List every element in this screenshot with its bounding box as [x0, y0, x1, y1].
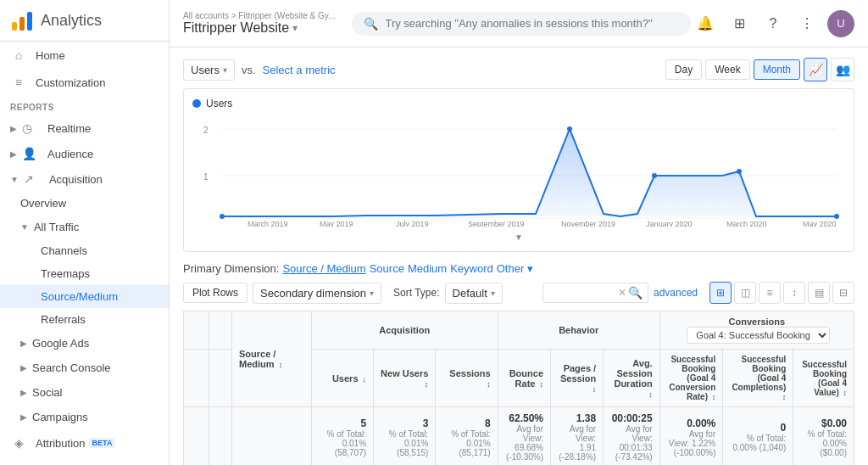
sidebar-item-overview[interactable]: Overview [0, 192, 169, 215]
term-cloud-button[interactable]: ↕ [783, 282, 805, 304]
search-icon: 🔍 [364, 17, 378, 31]
metric-dropdown[interactable]: Users ▾ [183, 59, 235, 81]
help-button[interactable]: ? [760, 10, 787, 37]
total-checkbox-cell [184, 407, 209, 466]
bar-view-button[interactable]: ▤ [808, 282, 830, 304]
sidebar-item-audience[interactable]: ▶ 👤 Audience [0, 141, 169, 166]
sidebar-item-campaigns[interactable]: ▶ Campaigns [0, 405, 169, 429]
dim-source[interactable]: Source [370, 262, 404, 275]
chart-expand-button[interactable]: ▼ [192, 231, 845, 243]
sidebar-item-treemaps[interactable]: Treemaps [0, 262, 169, 285]
account-selector[interactable]: Fittripper Website ▾ [183, 20, 335, 36]
sidebar-google-ads-label: Google Ads [32, 337, 89, 350]
table-search-input[interactable]: thai [548, 287, 616, 299]
dim-keyword[interactable]: Keyword [450, 262, 493, 275]
acquisition-arrow: ▼ [10, 175, 19, 184]
sidebar-search-console-label: Search Console [32, 361, 111, 374]
sort-type-dropdown[interactable]: Default ▾ [445, 283, 503, 304]
period-month-button[interactable]: Month [754, 59, 800, 80]
goal-dropdown[interactable]: Goal 4: Successful Booking [687, 327, 830, 344]
sidebar-item-channels[interactable]: Channels [0, 239, 169, 262]
total-bounce-rate-value: 62.50% [505, 412, 543, 424]
sidebar-item-all-traffic[interactable]: ▼ All Traffic [0, 215, 169, 239]
total-avg-session-value: 00:00:25 [610, 412, 653, 424]
legend-dot-users [192, 99, 201, 108]
summary-view-button[interactable]: ⊟ [832, 282, 854, 304]
app-logo[interactable]: Analytics [0, 0, 169, 42]
total-users-sub: % of Total: 0.01% (58,707) [319, 429, 366, 457]
total-users-value: 5 [319, 417, 366, 429]
period-day-button[interactable]: Day [665, 59, 702, 80]
col-sessions-header[interactable]: Sessions ↕ [436, 350, 498, 407]
col-source-medium-header[interactable]: Source / Medium ↕ [232, 311, 312, 407]
sidebar-item-social[interactable]: ▶ Social [0, 380, 169, 405]
sidebar-item-search-console[interactable]: ▶ Search Console [0, 356, 169, 380]
sidebar-item-realtime[interactable]: ▶ ◷ Realtime [0, 115, 169, 141]
svg-rect-1 [19, 17, 25, 31]
svg-text:May 2020: May 2020 [803, 220, 837, 227]
sidebar-item-acquisition[interactable]: ▼ ↗ Acquisition [0, 166, 169, 192]
legend-label-users: Users [206, 98, 232, 109]
plot-rows-button[interactable]: Plot Rows [183, 283, 248, 303]
secondary-dimension-dropdown[interactable]: Secondary dimension ▾ [253, 283, 381, 304]
col-bounce-rate-header[interactable]: Bounce Rate ↕ [498, 350, 550, 407]
dim-medium[interactable]: Medium [408, 262, 447, 275]
svg-rect-0 [12, 22, 17, 31]
all-traffic-arrow: ▼ [20, 222, 29, 232]
col-value-header[interactable]: Successful Booking (Goal 4 Value) ↕ [793, 350, 854, 407]
secondary-dim-arrow: ▾ [370, 289, 374, 298]
sidebar-item-attribution[interactable]: ◈ Attribution BETA [0, 429, 169, 457]
sidebar-item-discover[interactable]: ◉ Discover [0, 457, 169, 465]
pivot-view-button[interactable]: ◫ [734, 282, 756, 304]
sidebar-realtime-label: Realtime [47, 122, 91, 135]
select-metric-link[interactable]: Select a metric [263, 64, 336, 76]
breadcrumb: All accounts > Fittripper (Website & Gy.… [183, 11, 335, 20]
col-users-header[interactable]: Users ↓ [311, 350, 373, 407]
col-checkbox-subheader [184, 350, 209, 407]
table-search-icon[interactable]: 🔍 [628, 286, 643, 300]
sort-type-value: Default [453, 287, 487, 300]
col-checkbox-header [184, 311, 209, 350]
col-avg-session-header[interactable]: Avg. Session Duration ↕ [604, 350, 660, 407]
table-search: thai ✕ 🔍 [542, 283, 648, 303]
line-chart-button[interactable]: 📈 [804, 58, 827, 81]
sidebar-item-customization[interactable]: ≡ Customization [0, 69, 169, 96]
search-bar[interactable]: 🔍 [352, 12, 691, 36]
sidebar-item-google-ads[interactable]: ▶ Google Ads [0, 331, 169, 356]
audience-icon: 👤 [22, 147, 39, 160]
more-button[interactable]: ⋮ [793, 10, 821, 37]
dim-other-arrow: ▾ [527, 262, 533, 275]
col-completions-header[interactable]: Successful Booking (Goal 4 Completions) … [723, 350, 793, 407]
dim-other-label: Other [497, 262, 525, 275]
table-search-clear-icon[interactable]: ✕ [618, 287, 626, 299]
bar-chart-button[interactable]: 👥 [831, 58, 854, 81]
notification-button[interactable]: 🔔 [692, 10, 719, 37]
search-input[interactable] [385, 17, 679, 30]
primary-dimension-label: Primary Dimension: [183, 262, 279, 275]
dim-other[interactable]: Other ▾ [497, 262, 533, 275]
total-conv-rate-sub: Avg for View: 1.22% (-100.00%) [667, 429, 716, 457]
table-view-button[interactable]: ⊞ [709, 282, 732, 304]
period-week-button[interactable]: Week [705, 59, 749, 80]
col-source-medium-label: Source / Medium [239, 349, 275, 369]
line-chart-svg: 2 1 March 2019 May 2019 July 2019 Septem… [192, 116, 845, 227]
sidebar-item-source-medium[interactable]: Source/Medium [0, 285, 169, 308]
google-ads-arrow: ▶ [20, 339, 27, 348]
svg-point-18 [567, 126, 572, 132]
col-conv-rate-header[interactable]: Successful Booking (Goal 4 Conversion Ra… [659, 350, 723, 407]
svg-text:September 2019: September 2019 [468, 220, 525, 227]
chart-view-buttons: Day Week Month 📈 👥 [665, 58, 854, 81]
col-pages-session-header[interactable]: Pages / Session ↕ [551, 350, 604, 407]
dim-source-medium[interactable]: Source / Medium [282, 262, 365, 275]
sort-type-arrow: ▾ [491, 289, 495, 298]
col-new-users-header[interactable]: New Users ↕ [374, 350, 436, 407]
search-console-arrow: ▶ [20, 363, 27, 373]
topbar: All accounts > Fittripper (Website & Gy.… [170, 0, 868, 48]
sidebar-item-referrals[interactable]: Referrals [0, 308, 169, 331]
sidebar-item-home[interactable]: ⌂ Home [0, 42, 169, 69]
advanced-link[interactable]: advanced [654, 287, 698, 299]
comparison-view-button[interactable]: ≡ [759, 282, 781, 304]
user-avatar[interactable]: U [827, 10, 854, 37]
apps-button[interactable]: ⊞ [726, 10, 753, 37]
sort-arrow-source: ↕ [279, 361, 283, 369]
